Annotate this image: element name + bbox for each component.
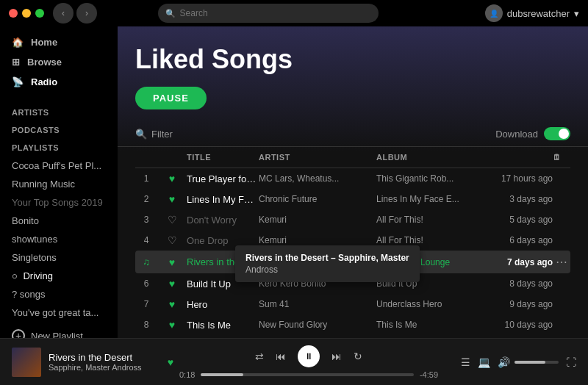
heart-icon[interactable]: ♡ bbox=[157, 214, 187, 226]
song-album: All For This! bbox=[376, 235, 494, 245]
table-row[interactable]: 3♡Don't WorryKemuriAll For This!5 days a… bbox=[135, 209, 570, 230]
back-button[interactable]: ‹ bbox=[53, 3, 74, 24]
playing-icon: ♫ bbox=[135, 256, 157, 267]
row-number: 3 bbox=[135, 215, 157, 225]
row-number: 4 bbox=[135, 235, 157, 245]
sidebar-playlist-item-great_ta[interactable]: You've got great ta... bbox=[0, 303, 118, 322]
player-heart-icon[interactable]: ♥ bbox=[168, 356, 173, 368]
song-artist: MC Lars, Wheatus... bbox=[259, 173, 376, 184]
filter-bar: 🔍 Filter Download bbox=[118, 121, 588, 147]
song-title: Lines In My Face bbox=[187, 194, 259, 205]
play-pause-button[interactable]: ⏸ bbox=[298, 345, 320, 367]
heart-icon[interactable]: ♥ bbox=[157, 278, 187, 289]
sidebar-item-radio[interactable]: 📡 Radio bbox=[6, 72, 112, 92]
player-song-text: Rivers in the Desert Sapphire, Master An… bbox=[49, 352, 160, 372]
sidebar-playlist-item-bonito[interactable]: Bonito bbox=[0, 212, 118, 230]
table-row[interactable]: 9♥So Many WaysNew Found GloryWelcome to … bbox=[135, 335, 570, 338]
player-bar: Rivers in the Desert Sapphire, Master An… bbox=[0, 338, 588, 385]
sidebar-playlist-item-driving[interactable]: ○ Driving bbox=[0, 267, 118, 285]
sidebar-nav: 🏠 Home ⊞ Browse 📡 Radio bbox=[0, 32, 118, 92]
song-title: This Is Me bbox=[187, 320, 259, 331]
table-row[interactable]: 7♥HeroSum 41Underclass Hero9 days ago bbox=[135, 294, 570, 314]
volume-fill bbox=[514, 361, 545, 364]
prev-button[interactable]: ⏮ bbox=[276, 350, 286, 362]
avatar: 👤 bbox=[485, 4, 503, 22]
queue-button[interactable]: ☰ bbox=[461, 356, 470, 368]
chevron-down-icon: ▾ bbox=[574, 8, 579, 19]
filter-search-icon: 🔍 bbox=[135, 129, 147, 140]
sidebar-playlist-item-running[interactable]: Running Music bbox=[0, 175, 118, 193]
table-header: TITLE ARTIST ALBUM 🗓 bbox=[135, 147, 570, 168]
heart-icon[interactable]: ♥ bbox=[157, 298, 187, 310]
song-time: 17 hours ago bbox=[494, 173, 553, 184]
close-button[interactable] bbox=[9, 9, 18, 18]
next-button[interactable]: ⏭ bbox=[331, 350, 342, 362]
table-row[interactable]: 1♥True Player for RealMC Lars, Wheatus..… bbox=[135, 168, 570, 189]
sidebar-item-home[interactable]: 🏠 Home bbox=[6, 32, 112, 52]
search-bar[interactable]: 🔍 bbox=[158, 4, 379, 23]
plus-circle-icon: + bbox=[12, 329, 25, 338]
current-time: 0:18 bbox=[179, 370, 195, 379]
player-song-artist: Sapphire, Master Andross bbox=[49, 363, 160, 372]
sidebar-playlist-item-top2019[interactable]: Your Top Songs 2019 bbox=[0, 193, 118, 212]
shuffle-button[interactable]: ⇄ bbox=[255, 350, 264, 362]
content-header: Liked Songs PAUSE bbox=[118, 26, 588, 121]
table-row[interactable]: 8♥This Is MeNew Found GloryThis Is Me10 … bbox=[135, 314, 570, 335]
table-row[interactable]: 2♥Lines In My FaceChronic FutureLines In… bbox=[135, 189, 570, 209]
download-toggle: Download bbox=[495, 127, 570, 140]
volume-bar-wrap: 🔊 bbox=[498, 356, 559, 368]
repeat-button[interactable]: ↻ bbox=[354, 350, 362, 362]
radio-icon: 📡 bbox=[12, 76, 24, 87]
sidebar-playlists: Cocoa Puff's Pet Pl...Running MusicYour … bbox=[0, 156, 118, 322]
forward-button[interactable]: › bbox=[76, 3, 97, 24]
progress-bar-wrap: 0:18 -4:59 bbox=[179, 370, 438, 379]
song-title: Hero bbox=[187, 299, 259, 310]
heart-icon[interactable]: ♥ bbox=[157, 319, 187, 331]
song-artist: Sum 41 bbox=[259, 299, 376, 309]
song-time: 6 days ago bbox=[494, 235, 553, 245]
sidebar-playlist-item-cocoa[interactable]: Cocoa Puff's Pet Pl... bbox=[0, 156, 118, 175]
heart-icon[interactable]: ♥ bbox=[157, 193, 187, 205]
total-time: -4:59 bbox=[420, 370, 438, 379]
fullscreen-button[interactable] bbox=[35, 9, 44, 18]
filter-input-wrap: 🔍 Filter bbox=[135, 129, 173, 140]
player-song-info: Rivers in the Desert Sapphire, Master An… bbox=[12, 348, 173, 377]
row-number: 7 bbox=[135, 299, 157, 309]
heart-icon[interactable]: ♥ bbox=[157, 256, 187, 268]
progress-track[interactable] bbox=[201, 373, 414, 376]
device-button[interactable]: 💻 bbox=[478, 356, 490, 368]
more-options-button[interactable]: ⋯ bbox=[553, 255, 570, 269]
pause-button[interactable]: PAUSE bbox=[135, 87, 207, 109]
row-number: 8 bbox=[135, 320, 157, 330]
sidebar-playlist-item-q_songs[interactable]: ? songs bbox=[0, 285, 118, 303]
new-playlist-button[interactable]: + New Playlist bbox=[0, 325, 118, 338]
user-area[interactable]: 👤 dubsrewatcher ▾ bbox=[485, 4, 579, 22]
fullscreen-icon[interactable]: ⛶ bbox=[566, 356, 576, 368]
sidebar-playlist-item-singletons[interactable]: Singletons bbox=[0, 248, 118, 267]
volume-track[interactable] bbox=[514, 361, 559, 364]
song-title: One Drop bbox=[187, 235, 259, 246]
download-toggle-switch[interactable] bbox=[544, 127, 570, 140]
col-calendar-icon: 🗓 bbox=[553, 153, 570, 162]
song-time: 3 days ago bbox=[494, 194, 553, 204]
player-controls: ⇄ ⏮ ⏸ ⏭ ↻ 0:18 -4:59 bbox=[179, 345, 438, 379]
sidebar-item-browse[interactable]: ⊞ Browse bbox=[6, 52, 112, 72]
song-time: 5 days ago bbox=[494, 215, 553, 225]
song-time: 9 days ago bbox=[494, 299, 553, 309]
row-number: 6 bbox=[135, 278, 157, 289]
song-title: True Player for Real bbox=[187, 173, 259, 184]
tooltip-artist: Andross bbox=[245, 265, 409, 275]
volume-icon[interactable]: 🔊 bbox=[498, 356, 510, 368]
song-artist: New Found Glory bbox=[259, 320, 376, 330]
home-icon: 🏠 bbox=[12, 37, 24, 48]
col-album-header: ALBUM bbox=[376, 153, 494, 162]
heart-icon[interactable]: ♥ bbox=[157, 173, 187, 184]
heart-icon[interactable]: ♡ bbox=[157, 234, 187, 246]
nav-buttons: ‹ › bbox=[53, 3, 97, 24]
search-input[interactable] bbox=[180, 8, 371, 18]
username-label: dubsrewatcher bbox=[507, 8, 570, 19]
search-icon: 🔍 bbox=[165, 9, 176, 18]
sidebar-playlist-item-showtunes[interactable]: showtunes bbox=[0, 230, 118, 248]
minimize-button[interactable] bbox=[22, 9, 31, 18]
player-right-controls: ☰ 💻 🔊 ⛶ bbox=[444, 356, 576, 368]
